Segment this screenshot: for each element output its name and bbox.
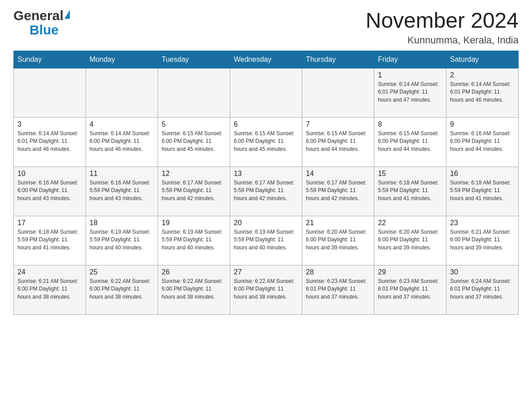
header-day-saturday: Saturday (446, 51, 519, 68)
calendar-cell (86, 68, 158, 117)
day-number: 28 (306, 268, 370, 276)
day-number: 23 (450, 219, 515, 227)
calendar-cell: 24Sunrise: 6:21 AM Sunset: 6:00 PM Dayli… (14, 265, 86, 314)
calendar-table: SundayMondayTuesdayWednesdayThursdayFrid… (13, 51, 519, 315)
calendar-cell: 12Sunrise: 6:17 AM Sunset: 5:59 PM Dayli… (158, 167, 230, 216)
calendar-cell: 20Sunrise: 6:19 AM Sunset: 5:59 PM Dayli… (230, 216, 302, 265)
day-number: 9 (450, 120, 515, 128)
calendar-cell: 18Sunrise: 6:19 AM Sunset: 5:59 PM Dayli… (86, 216, 158, 265)
day-number: 12 (162, 170, 226, 178)
day-number: 29 (378, 268, 442, 276)
day-number: 20 (234, 219, 298, 227)
day-number: 18 (90, 219, 154, 227)
day-info: Sunrise: 6:14 AM Sunset: 6:01 PM Dayligh… (17, 130, 82, 153)
calendar-cell: 23Sunrise: 6:21 AM Sunset: 6:00 PM Dayli… (446, 216, 519, 265)
day-number: 3 (17, 120, 82, 128)
day-info: Sunrise: 6:18 AM Sunset: 5:59 PM Dayligh… (450, 179, 515, 202)
calendar-title: November 2024 (365, 9, 519, 33)
day-info: Sunrise: 6:21 AM Sunset: 6:00 PM Dayligh… (450, 228, 515, 252)
day-number: 19 (162, 219, 226, 227)
day-number: 25 (90, 268, 154, 276)
day-number: 15 (378, 170, 442, 178)
logo: General Blue (13, 9, 70, 38)
calendar-cell: 19Sunrise: 6:19 AM Sunset: 5:59 PM Dayli… (158, 216, 230, 265)
calendar-cell: 2Sunrise: 6:14 AM Sunset: 6:01 PM Daylig… (446, 68, 519, 117)
calendar-cell: 26Sunrise: 6:22 AM Sunset: 6:00 PM Dayli… (158, 265, 230, 314)
title-block: November 2024 Kunnumma, Kerala, India (365, 9, 519, 46)
day-number: 27 (234, 268, 298, 276)
day-number: 21 (306, 219, 370, 227)
day-info: Sunrise: 6:15 AM Sunset: 6:00 PM Dayligh… (162, 130, 226, 153)
day-info: Sunrise: 6:23 AM Sunset: 6:01 PM Dayligh… (378, 278, 442, 301)
week-row-2: 3Sunrise: 6:14 AM Sunset: 6:01 PM Daylig… (14, 117, 519, 167)
day-info: Sunrise: 6:14 AM Sunset: 6:01 PM Dayligh… (450, 81, 515, 104)
day-info: Sunrise: 6:19 AM Sunset: 5:59 PM Dayligh… (162, 228, 226, 252)
calendar-cell: 11Sunrise: 6:16 AM Sunset: 5:59 PM Dayli… (86, 167, 158, 216)
day-number: 26 (162, 268, 226, 276)
day-info: Sunrise: 6:16 AM Sunset: 6:00 PM Dayligh… (450, 130, 515, 153)
day-number: 22 (378, 219, 442, 227)
calendar-header: SundayMondayTuesdayWednesdayThursdayFrid… (14, 51, 519, 68)
logo-arrow-icon (64, 10, 70, 19)
calendar-cell: 22Sunrise: 6:20 AM Sunset: 6:00 PM Dayli… (374, 216, 446, 265)
day-info: Sunrise: 6:16 AM Sunset: 5:59 PM Dayligh… (90, 179, 154, 202)
day-number: 7 (306, 120, 370, 128)
calendar-cell: 15Sunrise: 6:18 AM Sunset: 5:59 PM Dayli… (374, 167, 446, 216)
day-number: 16 (450, 170, 515, 178)
week-row-4: 17Sunrise: 6:18 AM Sunset: 5:59 PM Dayli… (14, 216, 519, 265)
logo-blue-text: Blue (30, 22, 59, 38)
day-info: Sunrise: 6:14 AM Sunset: 6:00 PM Dayligh… (90, 130, 154, 153)
calendar-body: 1Sunrise: 6:14 AM Sunset: 6:01 PM Daylig… (14, 68, 519, 314)
header-day-friday: Friday (374, 51, 446, 68)
day-number: 8 (378, 120, 442, 128)
day-number: 5 (162, 120, 226, 128)
day-info: Sunrise: 6:17 AM Sunset: 5:59 PM Dayligh… (306, 179, 370, 202)
calendar-cell: 16Sunrise: 6:18 AM Sunset: 5:59 PM Dayli… (446, 167, 519, 216)
calendar-cell: 13Sunrise: 6:17 AM Sunset: 5:59 PM Dayli… (230, 167, 302, 216)
day-number: 11 (90, 170, 154, 178)
day-info: Sunrise: 6:22 AM Sunset: 6:00 PM Dayligh… (234, 278, 298, 301)
day-info: Sunrise: 6:14 AM Sunset: 6:01 PM Dayligh… (378, 81, 442, 104)
day-info: Sunrise: 6:21 AM Sunset: 6:00 PM Dayligh… (17, 278, 82, 301)
day-info: Sunrise: 6:20 AM Sunset: 6:00 PM Dayligh… (378, 228, 442, 252)
day-number: 24 (17, 268, 82, 276)
calendar-cell (158, 68, 230, 117)
day-number: 6 (234, 120, 298, 128)
day-info: Sunrise: 6:24 AM Sunset: 6:01 PM Dayligh… (450, 278, 515, 301)
calendar-cell: 6Sunrise: 6:15 AM Sunset: 6:00 PM Daylig… (230, 117, 302, 167)
calendar-cell: 1Sunrise: 6:14 AM Sunset: 6:01 PM Daylig… (374, 68, 446, 117)
day-info: Sunrise: 6:15 AM Sunset: 6:00 PM Dayligh… (378, 130, 442, 153)
calendar-cell: 30Sunrise: 6:24 AM Sunset: 6:01 PM Dayli… (446, 265, 519, 314)
day-info: Sunrise: 6:22 AM Sunset: 6:00 PM Dayligh… (162, 278, 226, 301)
week-row-3: 10Sunrise: 6:16 AM Sunset: 6:00 PM Dayli… (14, 167, 519, 216)
calendar-cell: 8Sunrise: 6:15 AM Sunset: 6:00 PM Daylig… (374, 117, 446, 167)
day-number: 1 (378, 71, 442, 79)
logo-general-text: General (13, 9, 64, 22)
day-number: 14 (306, 170, 370, 178)
calendar-cell: 5Sunrise: 6:15 AM Sunset: 6:00 PM Daylig… (158, 117, 230, 167)
day-number: 13 (234, 170, 298, 178)
calendar-cell: 29Sunrise: 6:23 AM Sunset: 6:01 PM Dayli… (374, 265, 446, 314)
calendar-cell: 27Sunrise: 6:22 AM Sunset: 6:00 PM Dayli… (230, 265, 302, 314)
day-info: Sunrise: 6:23 AM Sunset: 6:01 PM Dayligh… (306, 278, 370, 301)
day-number: 30 (450, 268, 515, 276)
day-info: Sunrise: 6:22 AM Sunset: 6:00 PM Dayligh… (90, 278, 154, 301)
header-day-monday: Monday (86, 51, 158, 68)
calendar-cell: 14Sunrise: 6:17 AM Sunset: 5:59 PM Dayli… (302, 167, 374, 216)
calendar-cell: 3Sunrise: 6:14 AM Sunset: 6:01 PM Daylig… (14, 117, 86, 167)
calendar-cell: 7Sunrise: 6:15 AM Sunset: 6:00 PM Daylig… (302, 117, 374, 167)
calendar-cell: 17Sunrise: 6:18 AM Sunset: 5:59 PM Dayli… (14, 216, 86, 265)
header-day-sunday: Sunday (14, 51, 86, 68)
page-header: General Blue November 2024 Kunnumma, Ker… (13, 9, 519, 46)
day-info: Sunrise: 6:19 AM Sunset: 5:59 PM Dayligh… (234, 228, 298, 252)
week-row-1: 1Sunrise: 6:14 AM Sunset: 6:01 PM Daylig… (14, 68, 519, 117)
day-info: Sunrise: 6:18 AM Sunset: 5:59 PM Dayligh… (17, 228, 82, 252)
header-day-thursday: Thursday (302, 51, 374, 68)
calendar-cell (14, 68, 86, 117)
header-day-wednesday: Wednesday (230, 51, 302, 68)
day-number: 17 (17, 219, 82, 227)
day-info: Sunrise: 6:16 AM Sunset: 6:00 PM Dayligh… (17, 179, 82, 202)
calendar-cell: 25Sunrise: 6:22 AM Sunset: 6:00 PM Dayli… (86, 265, 158, 314)
day-number: 2 (450, 71, 515, 79)
calendar-cell (230, 68, 302, 117)
